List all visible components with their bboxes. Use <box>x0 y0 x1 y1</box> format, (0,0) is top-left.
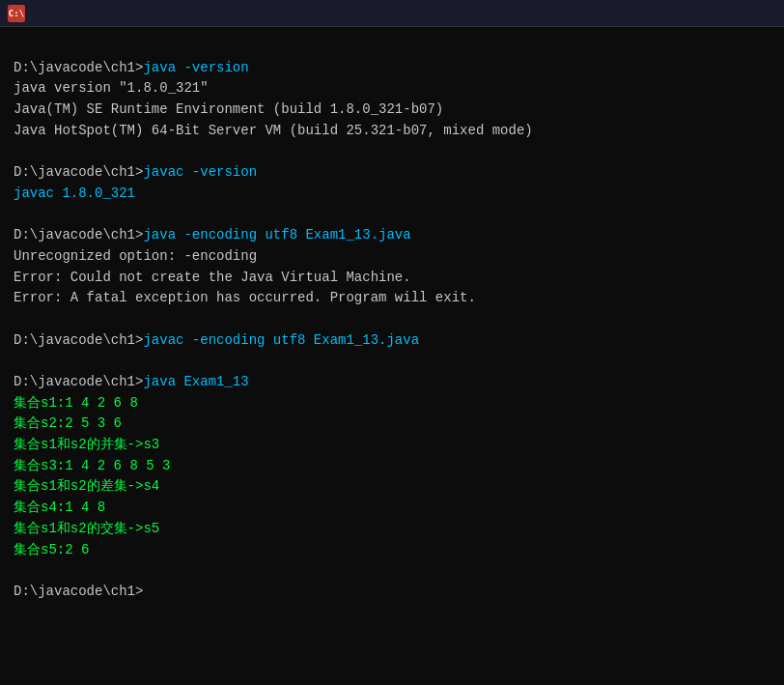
blank-line <box>14 351 770 372</box>
command-text: java -version <box>143 60 248 75</box>
terminal: D:\javacode\ch1>java -versionjava versio… <box>0 27 784 685</box>
prompt-text: D:\javacode\ch1> <box>14 332 143 348</box>
output-line: Java(TM) SE Runtime Environment (build 1… <box>14 100 770 121</box>
command-text: java Exam1_13 <box>143 374 248 389</box>
output-line-green: 集合s5:2 6 <box>14 540 770 561</box>
command-line: D:\javacode\ch1>javac -encoding utf8 Exa… <box>14 330 770 352</box>
prompt-only-line: D:\javacode\ch1> <box>14 582 770 603</box>
prompt-text: D:\javacode\ch1> <box>14 164 143 180</box>
output-line-green: 集合s1和s2的并集->s3 <box>14 435 770 456</box>
command-line: D:\javacode\ch1>java Exam1_13 <box>14 372 770 393</box>
output-line-green: 集合s3:1 4 2 6 8 5 3 <box>14 456 770 477</box>
prompt-text: D:\javacode\ch1> <box>14 374 143 389</box>
prompt-text: D:\javacode\ch1> <box>14 227 143 243</box>
output-line: Java HotSpot(TM) 64-Bit Server VM (build… <box>14 121 770 142</box>
output-line: Error: A fatal exception has occurred. P… <box>14 288 770 309</box>
command-line: D:\javacode\ch1>javac -version <box>14 162 770 184</box>
command-text: java -encoding utf8 Exam1_13.java <box>143 227 410 243</box>
output-line-green: 集合s1和s2的差集->s4 <box>14 476 770 498</box>
blank-line <box>14 560 770 582</box>
title-bar-icon: C:\ <box>8 5 25 22</box>
output-line-cyan: javac 1.8.0_321 <box>14 184 770 205</box>
command-line: D:\javacode\ch1>java -version <box>14 58 770 79</box>
prompt-text: D:\javacode\ch1> <box>14 584 143 599</box>
blank-line <box>14 205 770 226</box>
output-line: java version "1.8.0_321" <box>14 78 770 100</box>
output-line: Error: Could not create the Java Virtual… <box>14 268 770 289</box>
command-text: javac -version <box>143 164 257 180</box>
command-line: D:\javacode\ch1>java -encoding utf8 Exam… <box>14 225 770 246</box>
prompt-text: D:\javacode\ch1> <box>14 60 143 75</box>
title-bar: C:\ <box>0 0 784 27</box>
blank-line <box>14 309 770 330</box>
blank-line <box>14 141 770 162</box>
output-line-green: 集合s4:1 4 8 <box>14 498 770 519</box>
output-line-green: 集合s2:2 5 3 6 <box>14 414 770 435</box>
blank-line <box>14 37 770 58</box>
command-text: javac -encoding utf8 Exam1_13.java <box>143 332 419 348</box>
output-line: Unrecognized option: -encoding <box>14 246 770 268</box>
output-line-green: 集合s1和s2的交集->s5 <box>14 519 770 540</box>
output-line-green: 集合s1:1 4 2 6 8 <box>14 393 770 414</box>
